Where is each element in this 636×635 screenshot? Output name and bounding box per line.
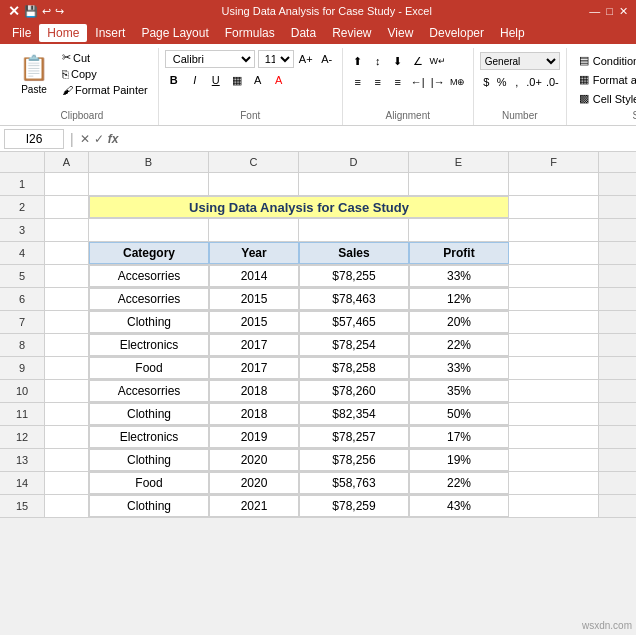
cell-d13[interactable]: $78,256 [299,449,409,471]
font-size-select[interactable]: 11 [258,50,294,68]
cell-b9[interactable]: Food [89,357,209,379]
cell-c1[interactable] [209,173,299,195]
cell-d5[interactable]: $78,255 [299,265,409,287]
cell-styles-btn[interactable]: ▩ Cell Styles ▾ [573,90,636,107]
cancel-formula-icon[interactable]: ✕ [80,132,90,146]
cell-a10[interactable] [45,380,89,402]
decrease-font-btn[interactable]: A- [318,50,336,68]
conditional-formatting-btn[interactable]: ▤ Conditional Formatting ▾ [573,52,636,69]
menu-home[interactable]: Home [39,24,87,42]
font-color-button[interactable]: A [270,71,288,89]
cell-b12[interactable]: Electronics [89,426,209,448]
cell-d14[interactable]: $58,763 [299,472,409,494]
cell-f7[interactable] [509,311,599,333]
cell-e12[interactable]: 17% [409,426,509,448]
cell-d12[interactable]: $78,257 [299,426,409,448]
quick-access-redo[interactable]: ↪ [55,5,64,18]
cell-d9[interactable]: $78,258 [299,357,409,379]
cell-d3[interactable] [299,219,409,241]
cell-a2[interactable] [45,196,89,218]
cell-b4[interactable]: Category [89,242,209,264]
increase-indent-btn[interactable]: |→ [429,73,447,91]
cell-f3[interactable] [509,219,599,241]
cell-c13[interactable]: 2020 [209,449,299,471]
cell-b5[interactable]: Accesorries [89,265,209,287]
cell-d10[interactable]: $78,260 [299,380,409,402]
increase-decimal-btn[interactable]: .0+ [525,73,543,91]
paste-button[interactable]: 📋 Paste [12,50,56,97]
quick-access-save[interactable]: 💾 [24,5,38,18]
cell-f15[interactable] [509,495,599,517]
cell-d4[interactable]: Sales [299,242,409,264]
cell-f1[interactable] [509,173,599,195]
cell-a9[interactable] [45,357,89,379]
cell-e3[interactable] [409,219,509,241]
quick-access-undo[interactable]: ↩ [42,5,51,18]
cell-c5[interactable]: 2014 [209,265,299,287]
menu-page-layout[interactable]: Page Layout [133,24,216,42]
cell-c15[interactable]: 2021 [209,495,299,517]
minimize-btn[interactable]: — [589,5,600,18]
row-number[interactable]: 13 [0,449,45,471]
cell-c7[interactable]: 2015 [209,311,299,333]
comma-btn[interactable]: , [510,73,523,91]
cell-c4[interactable]: Year [209,242,299,264]
align-top-btn[interactable]: ⬆ [349,52,367,70]
formula-input[interactable] [122,129,632,149]
align-left-btn[interactable]: ≡ [349,73,367,91]
col-header-b[interactable]: B [89,152,209,172]
menu-developer[interactable]: Developer [421,24,492,42]
row-number[interactable]: 7 [0,311,45,333]
cell-c6[interactable]: 2015 [209,288,299,310]
increase-font-btn[interactable]: A+ [297,50,315,68]
cell-f2[interactable] [509,196,599,218]
decrease-indent-btn[interactable]: ←| [409,73,427,91]
col-header-c[interactable]: C [209,152,299,172]
cell-e9[interactable]: 33% [409,357,509,379]
row-number[interactable]: 4 [0,242,45,264]
row-number[interactable]: 12 [0,426,45,448]
percent-btn[interactable]: % [495,73,508,91]
cell-a7[interactable] [45,311,89,333]
italic-button[interactable]: I [186,71,204,89]
cell-e10[interactable]: 35% [409,380,509,402]
cell-f9[interactable] [509,357,599,379]
insert-function-icon[interactable]: fx [108,132,119,146]
cell-d11[interactable]: $82,354 [299,403,409,425]
cell-c10[interactable]: 2018 [209,380,299,402]
cell-e1[interactable] [409,173,509,195]
bold-button[interactable]: B [165,71,183,89]
col-header-f[interactable]: F [509,152,599,172]
angle-text-btn[interactable]: ∠ [409,52,427,70]
cell-a1[interactable] [45,173,89,195]
cell-d1[interactable] [299,173,409,195]
underline-button[interactable]: U [207,71,225,89]
decrease-decimal-btn[interactable]: .0- [545,73,560,91]
cell-b6[interactable]: Accesorries [89,288,209,310]
cell-reference-input[interactable] [4,129,64,149]
cell-c8[interactable]: 2017 [209,334,299,356]
cell-b1[interactable] [89,173,209,195]
cell-c9[interactable]: 2017 [209,357,299,379]
col-header-d[interactable]: D [299,152,409,172]
cell-f14[interactable] [509,472,599,494]
cell-a12[interactable] [45,426,89,448]
align-right-btn[interactable]: ≡ [389,73,407,91]
align-center-btn[interactable]: ≡ [369,73,387,91]
close-btn[interactable]: ✕ [619,5,628,18]
row-number[interactable]: 11 [0,403,45,425]
row-number[interactable]: 10 [0,380,45,402]
cell-e14[interactable]: 22% [409,472,509,494]
cell-f8[interactable] [509,334,599,356]
cell-a8[interactable] [45,334,89,356]
cell-a4[interactable] [45,242,89,264]
cut-button[interactable]: ✂ Cut [58,50,152,65]
cell-b15[interactable]: Clothing [89,495,209,517]
row-number[interactable]: 8 [0,334,45,356]
cell-a15[interactable] [45,495,89,517]
cell-a13[interactable] [45,449,89,471]
menu-formulas[interactable]: Formulas [217,24,283,42]
cell-b11[interactable]: Clothing [89,403,209,425]
menu-insert[interactable]: Insert [87,24,133,42]
merge-center-btn[interactable]: M⊕ [449,73,467,91]
